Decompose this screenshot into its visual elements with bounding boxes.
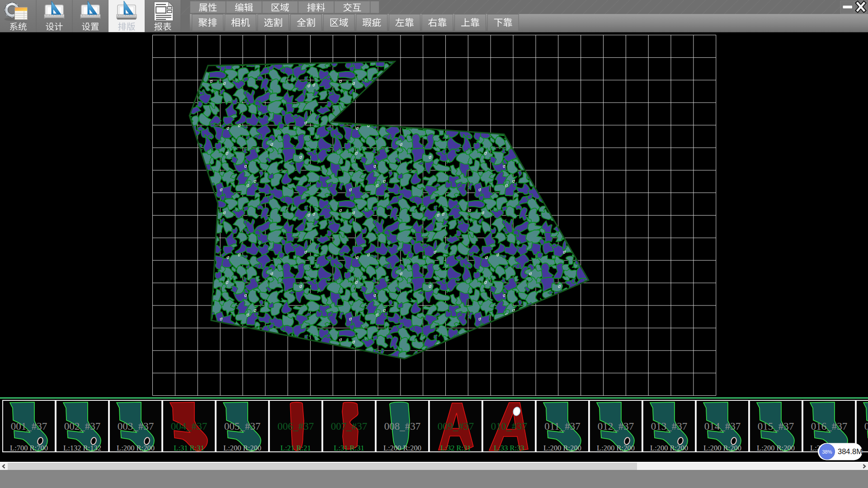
svg-text:006_#37: 006_#37	[278, 421, 314, 432]
svg-text:014_#37: 014_#37	[704, 421, 741, 432]
svg-text:L:700 R:700: L:700 R:700	[10, 444, 48, 452]
svg-text:005_#37: 005_#37	[224, 421, 261, 432]
svg-text:011_#37: 011_#37	[544, 421, 580, 432]
svg-text:013_#37: 013_#37	[651, 421, 688, 432]
svg-text:L:31 R:31: L:31 R:31	[174, 444, 204, 452]
svg-text:017_#37: 017_#37	[864, 421, 868, 432]
svg-text:009_#37: 009_#37	[438, 421, 474, 432]
svg-text:L:33 R:33: L:33 R:33	[494, 444, 524, 452]
svg-text:004_#37: 004_#37	[171, 421, 208, 432]
svg-text:384.8M: 384.8M	[838, 447, 863, 455]
svg-text:003_#37: 003_#37	[118, 421, 154, 432]
svg-text:001_#37: 001_#37	[11, 421, 47, 432]
svg-text:008_#37: 008_#37	[384, 421, 421, 432]
svg-text:L:21 R:21: L:21 R:21	[280, 444, 311, 452]
svg-text:015_#37: 015_#37	[758, 421, 794, 432]
svg-text:L:200 R:200: L:200 R:200	[597, 444, 635, 452]
svg-text:L:32 R:31: L:32 R:31	[440, 444, 471, 452]
svg-text:38%: 38%	[822, 449, 832, 455]
svg-text:L:200 R:200: L:200 R:200	[223, 444, 261, 452]
svg-text:L:200 R:200: L:200 R:200	[383, 444, 421, 452]
svg-text:L:200 R:200: L:200 R:200	[650, 444, 688, 452]
svg-text:L:200 R:200: L:200 R:200	[543, 444, 581, 452]
svg-text:002_#37: 002_#37	[64, 421, 101, 432]
svg-text:L:200 R:200: L:200 R:200	[757, 444, 795, 452]
svg-text:007_#37: 007_#37	[331, 421, 368, 432]
svg-text:L:31 R:31: L:31 R:31	[334, 444, 364, 452]
svg-text:010_#37: 010_#37	[491, 421, 528, 432]
svg-text:L:200 R:200: L:200 R:200	[117, 444, 155, 452]
svg-text:L:200 R:200: L:200 R:200	[703, 444, 741, 452]
svg-text:012_#37: 012_#37	[598, 421, 634, 432]
svg-text:L:132 R:132: L:132 R:132	[63, 444, 101, 452]
svg-text:016_#37: 016_#37	[811, 421, 848, 432]
